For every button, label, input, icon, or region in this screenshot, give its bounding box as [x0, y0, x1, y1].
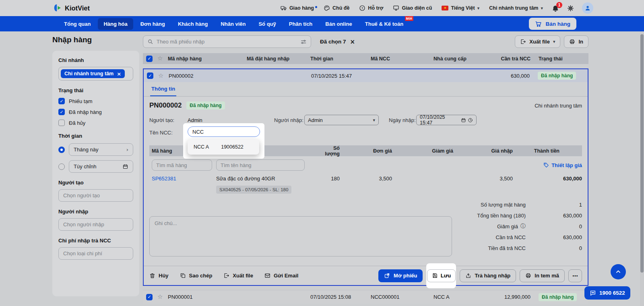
star-icon[interactable]: ☆	[157, 294, 168, 300]
item-code-search-input[interactable]	[152, 159, 212, 171]
topbar-old-ui-label: Giao diện cũ	[402, 5, 432, 11]
tab-thong-tin[interactable]: Thông tin	[150, 82, 176, 96]
print-label: In	[578, 39, 583, 45]
table-row[interactable]: ✓ ☆ PN000001 07/10/2025 15:08 NCC000001 …	[143, 290, 588, 304]
importer-value: Admin	[308, 117, 323, 123]
table-row[interactable]: ✓ ☆ PN000002 07/10/2025 15:47 630,000 Đã…	[144, 69, 588, 82]
trash-icon	[149, 273, 155, 279]
item-name: Sữa đặc có đường 40GR	[216, 176, 319, 182]
nav-hang-hoa[interactable]: Hàng hóa	[98, 18, 133, 30]
time-range-select[interactable]: Tháng này ›	[69, 143, 133, 156]
return-goods-button[interactable]: Trả hàng nhập	[460, 269, 516, 282]
calendar-icon	[461, 118, 466, 123]
nav-phan-tich[interactable]: Phân tích	[283, 18, 318, 30]
item-name-search-input[interactable]	[216, 159, 305, 171]
hotline-button[interactable]: 1900 6522	[584, 286, 630, 300]
item-code-link[interactable]: SP652381	[152, 176, 216, 182]
checkbox-unchecked[interactable]	[58, 120, 65, 126]
custom-date-select[interactable]: Tùy chỉnh	[69, 160, 133, 173]
save-label: Lưu	[441, 273, 451, 279]
row-checkbox[interactable]: ✓	[147, 72, 153, 79]
notifications-button[interactable]: 1	[549, 4, 562, 12]
chevron-down-icon: ▾	[541, 6, 543, 11]
export-file-button[interactable]: Xuất file ▾	[515, 35, 560, 48]
sell-button-label: Bán hàng	[545, 21, 570, 27]
branch-selector[interactable]: Chi nhánh trung tâm ▾	[485, 5, 547, 11]
star-icon[interactable]: ☆	[157, 56, 168, 62]
save-button[interactable]: Lưu	[427, 269, 456, 282]
envelope-icon	[264, 273, 270, 279]
checkbox-checked[interactable]: ✓	[58, 109, 65, 115]
cost-filter-input[interactable]	[58, 247, 133, 260]
email-button[interactable]: Gửi Email	[264, 273, 298, 279]
settings-button[interactable]	[564, 4, 577, 12]
branch-chip[interactable]: Chi nhánh trung tâm ×	[61, 69, 125, 78]
col-don-gia: Đơn giá	[340, 148, 392, 154]
note-textarea[interactable]	[149, 216, 452, 256]
import-date-field[interactable]: 07/10/2025 15:47	[416, 115, 477, 125]
vertical-scrollbar[interactable]	[640, 31, 644, 306]
branch-filter-box[interactable]: Chi nhánh trung tâm ×	[58, 67, 133, 81]
search-input[interactable]	[157, 39, 297, 45]
language-selector[interactable]: ★ Tiếng Việt ▾	[438, 5, 483, 11]
filter-sliders-icon[interactable]	[300, 39, 307, 45]
importer-select[interactable]: Admin ▾	[304, 115, 379, 125]
creator-value: Admin	[188, 117, 274, 123]
row-payable: 12,990,000	[494, 294, 535, 300]
open-receipt-button[interactable]: Mở phiếu	[378, 269, 423, 282]
supplier-suggestion-dropdown[interactable]: NCC A 19006522	[188, 139, 259, 155]
page-title: Nhập hàng	[52, 35, 139, 44]
info-icon[interactable]: ⓘ	[520, 223, 526, 230]
copy-button[interactable]: Sao chép	[180, 273, 213, 279]
kiotviet-logo[interactable]: KiotViet	[53, 4, 90, 12]
radio-unselected[interactable]	[58, 163, 65, 170]
nav-tong-quan[interactable]: Tổng quan	[58, 18, 96, 30]
star-icon[interactable]: ☆	[158, 73, 169, 79]
price-setup-link[interactable]: Thiết lập giá	[513, 162, 582, 168]
nav-khach-hang[interactable]: Khách hàng	[172, 18, 213, 30]
importer-filter-input[interactable]	[58, 218, 133, 231]
time-option-custom[interactable]: Tùy chỉnh	[58, 160, 133, 173]
chevron-down-icon: ▾	[477, 6, 480, 11]
checkbox-checked[interactable]: ✓	[58, 98, 65, 104]
creator-filter-input[interactable]	[58, 189, 133, 202]
cancel-button[interactable]: Hủy	[149, 273, 169, 279]
item-import-price: 3,500	[453, 176, 513, 182]
nav-nhan-vien[interactable]: Nhân viên	[215, 18, 251, 30]
item-qty: 180	[319, 176, 340, 182]
scroll-to-top-button[interactable]	[611, 264, 626, 279]
topbar-support[interactable]: ? Hỗ trợ	[355, 5, 387, 11]
topbar-old-ui[interactable]: Giao diện cũ	[389, 5, 436, 11]
scrollbar-thumb[interactable]	[640, 34, 644, 273]
topbar-delivery[interactable]: Giao hàng	[277, 5, 318, 11]
status-option-phieu-tam[interactable]: ✓ Phiếu tạm	[58, 98, 133, 104]
supplier-name-input[interactable]	[188, 126, 260, 137]
gear-icon	[567, 5, 574, 12]
close-icon[interactable]: ×	[117, 71, 121, 76]
status-option-da-huy[interactable]: Đã hủy	[58, 120, 133, 126]
print-labels-button[interactable]: In tem mã	[520, 269, 565, 282]
topbar-theme[interactable]: Chủ đề	[320, 5, 353, 11]
row-supplier: NCC A	[433, 294, 494, 300]
sell-button[interactable]: Bán hàng	[529, 18, 576, 30]
chevron-right-icon: ›	[126, 147, 128, 153]
nav-ban-online[interactable]: Bán online	[320, 18, 357, 30]
row-checkbox[interactable]: ✓	[146, 294, 153, 300]
vietnam-flag-icon: ★	[442, 6, 448, 10]
nav-thue-ke-toan[interactable]: Thuế & Kế toán Mới	[359, 18, 409, 30]
status-option-da-nhap-hang[interactable]: ✓ Đã nhập hàng	[58, 109, 133, 115]
radio-selected[interactable]	[58, 147, 65, 153]
print-button[interactable]: In	[564, 35, 588, 48]
nav-so-quy[interactable]: Sổ quỹ	[253, 18, 281, 30]
branch-label: Chi nhánh trung tâm	[489, 5, 538, 11]
detail-actionbar: Hủy Sao chép Xuất file Gửi Email Mở phiế…	[144, 266, 588, 285]
user-avatar[interactable]	[582, 2, 593, 14]
select-all-checkbox[interactable]: ✓	[146, 56, 153, 62]
more-actions-button[interactable]: ⋯	[568, 269, 582, 282]
export-detail-button[interactable]: Xuất file	[223, 273, 253, 279]
time-option-this-month[interactable]: Tháng này ›	[58, 143, 133, 156]
close-icon[interactable]: ×	[350, 38, 355, 45]
importer-filter-label: Người nhập	[58, 209, 133, 215]
detail-code: PN000002	[149, 101, 182, 110]
nav-don-hang[interactable]: Đơn hàng	[135, 18, 171, 30]
